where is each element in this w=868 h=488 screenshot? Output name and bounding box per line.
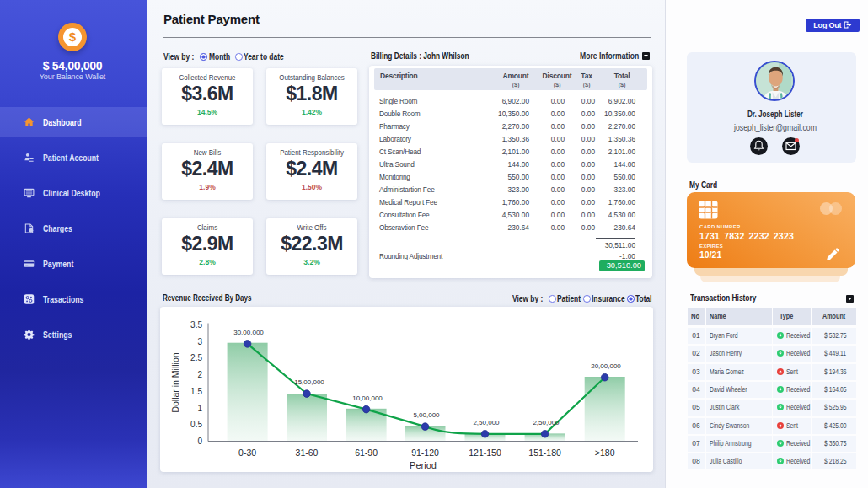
svg-text:0-30: 0-30	[238, 448, 256, 458]
svg-text:3.5: 3.5	[190, 320, 202, 330]
svg-text:2,50,000: 2,50,000	[533, 419, 560, 426]
svg-text:5,00,000: 5,00,000	[413, 411, 440, 419]
svg-text:>180: >180	[595, 448, 615, 458]
svg-text:0: 0	[197, 437, 202, 446]
svg-text:20,00,000: 20,00,000	[591, 362, 621, 370]
svg-text:31-60: 31-60	[296, 448, 319, 458]
svg-text:151-180: 151-180	[528, 448, 561, 458]
svg-text:15,00,000: 15,00,000	[294, 378, 324, 386]
svg-text:1: 1	[197, 404, 202, 413]
svg-text:1.5: 1.5	[190, 387, 202, 396]
svg-text:30,00,000: 30,00,000	[233, 329, 264, 336]
svg-text:2,50,000: 2,50,000	[473, 419, 500, 426]
svg-text:3: 3	[197, 337, 202, 346]
svg-text:$: $	[30, 228, 32, 232]
svg-text:10,00,000: 10,00,000	[352, 394, 383, 402]
svg-text:121-150: 121-150	[469, 448, 501, 458]
svg-text:0.5: 0.5	[190, 420, 202, 429]
svg-text:61-90: 61-90	[355, 448, 378, 458]
svg-text:2.5: 2.5	[190, 353, 202, 362]
svg-text:Dollar in Million: Dollar in Million	[170, 352, 180, 412]
svg-text:Period: Period	[410, 460, 437, 470]
svg-text:2: 2	[197, 370, 202, 379]
svg-text:91-120: 91-120	[411, 448, 439, 458]
